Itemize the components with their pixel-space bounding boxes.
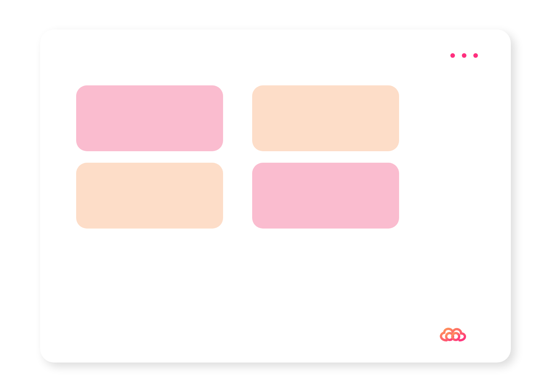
svg-point-1 (452, 333, 459, 340)
dot-icon (473, 53, 478, 58)
tile-before-primary (76, 85, 223, 151)
row-after (76, 163, 399, 229)
dot-icon (462, 53, 466, 58)
diagram-grid (76, 85, 399, 229)
tile-after-primary (76, 163, 223, 229)
row-before (76, 85, 399, 151)
tile-after-recovery (252, 163, 399, 229)
diagram-card (40, 29, 511, 363)
tile-before-recovery (252, 85, 399, 151)
brand (436, 325, 478, 344)
cloud-logo-icon (436, 325, 469, 344)
menu-dots-icon[interactable] (450, 53, 478, 58)
dot-icon (450, 53, 455, 58)
